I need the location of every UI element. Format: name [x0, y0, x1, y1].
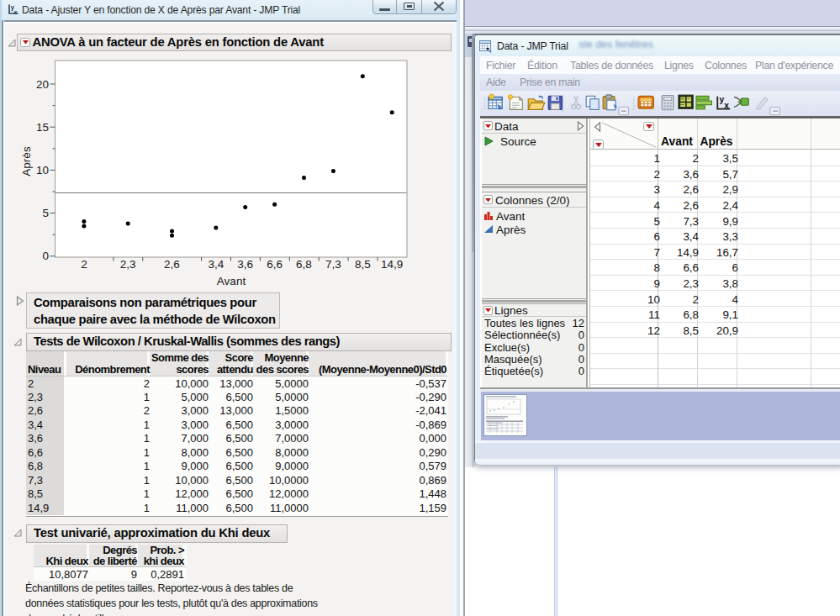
svg-text:14,9: 14,9	[381, 258, 403, 271]
svg-text:2,3: 2,3	[120, 258, 136, 271]
svg-text:7,3: 7,3	[325, 258, 341, 271]
svg-text:x: x	[14, 9, 18, 15]
svg-text:6,8: 6,8	[296, 258, 312, 271]
svg-text:15: 15	[36, 121, 49, 134]
svg-text:2: 2	[81, 258, 87, 271]
svg-text:20: 20	[36, 78, 49, 91]
svg-text:3,6: 3,6	[237, 258, 253, 271]
svg-text:Après: Après	[20, 146, 33, 176]
svg-text:x: x	[724, 101, 729, 110]
svg-text:3,4: 3,4	[208, 258, 224, 271]
svg-text:Avant: Avant	[217, 275, 246, 287]
svg-text:2,6: 2,6	[164, 258, 180, 271]
svg-text:6,6: 6,6	[267, 258, 283, 271]
svg-text:0: 0	[42, 250, 49, 262]
svg-text:8,5: 8,5	[355, 258, 371, 271]
svg-text:10: 10	[36, 164, 49, 176]
svg-text:5: 5	[42, 207, 49, 219]
